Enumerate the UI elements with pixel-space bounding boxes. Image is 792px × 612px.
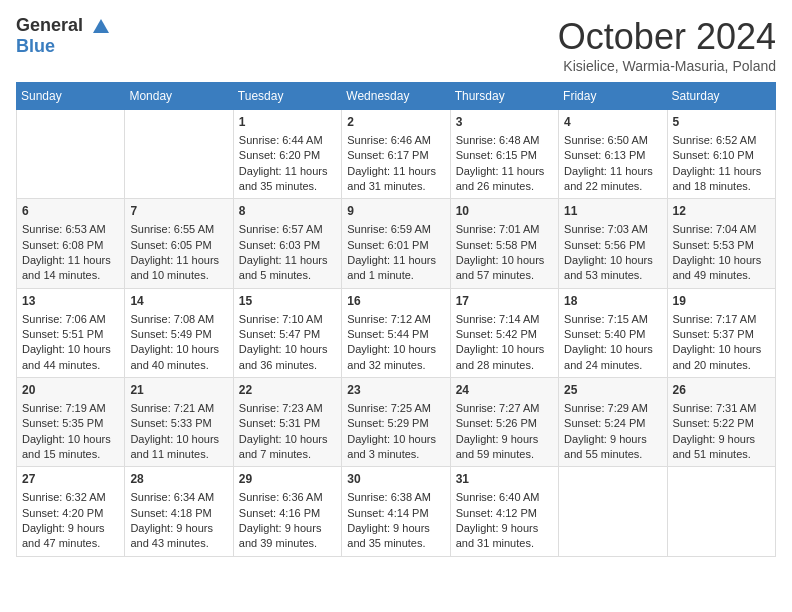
day-number: 8 [239,203,336,220]
cell-content-line: Sunset: 6:10 PM [673,148,770,163]
cell-content-line: Sunset: 5:49 PM [130,327,227,342]
cell-content-line: Sunrise: 6:36 AM [239,490,336,505]
cell-content-line: Daylight: 10 hours and 32 minutes. [347,342,444,373]
day-number: 2 [347,114,444,131]
weekday-header-saturday: Saturday [667,83,775,110]
calendar-cell [17,110,125,199]
cell-content-line: Sunset: 5:42 PM [456,327,553,342]
calendar-cell: 24Sunrise: 7:27 AMSunset: 5:26 PMDayligh… [450,378,558,467]
weekday-header-monday: Monday [125,83,233,110]
cell-content-line: Sunset: 5:29 PM [347,416,444,431]
day-number: 19 [673,293,770,310]
cell-content-line: Sunset: 6:05 PM [130,238,227,253]
calendar-cell: 19Sunrise: 7:17 AMSunset: 5:37 PMDayligh… [667,288,775,377]
cell-content-line: Daylight: 10 hours and 49 minutes. [673,253,770,284]
weekday-header-sunday: Sunday [17,83,125,110]
day-number: 16 [347,293,444,310]
calendar-cell: 20Sunrise: 7:19 AMSunset: 5:35 PMDayligh… [17,378,125,467]
calendar-cell: 17Sunrise: 7:14 AMSunset: 5:42 PMDayligh… [450,288,558,377]
cell-content-line: Daylight: 10 hours and 40 minutes. [130,342,227,373]
day-number: 31 [456,471,553,488]
calendar-cell: 4Sunrise: 6:50 AMSunset: 6:13 PMDaylight… [559,110,667,199]
cell-content-line: Sunrise: 6:57 AM [239,222,336,237]
cell-content-line: Sunset: 5:35 PM [22,416,119,431]
header: General Blue October 2024 Kisielice, War… [16,16,776,74]
cell-content-line: Daylight: 11 hours and 1 minute. [347,253,444,284]
cell-content-line: Sunset: 6:13 PM [564,148,661,163]
cell-content-line: Sunrise: 6:40 AM [456,490,553,505]
title-area: October 2024 Kisielice, Warmia-Masuria, … [558,16,776,74]
svg-marker-0 [93,19,109,33]
calendar-cell: 3Sunrise: 6:48 AMSunset: 6:15 PMDaylight… [450,110,558,199]
day-number: 21 [130,382,227,399]
calendar-cell [667,467,775,556]
month-title: October 2024 [558,16,776,58]
logo-icon [85,17,110,34]
cell-content-line: Sunset: 5:37 PM [673,327,770,342]
cell-content-line: Sunrise: 6:34 AM [130,490,227,505]
cell-content-line: Sunset: 5:24 PM [564,416,661,431]
cell-content-line: Sunrise: 6:48 AM [456,133,553,148]
day-number: 17 [456,293,553,310]
calendar-week-row: 27Sunrise: 6:32 AMSunset: 4:20 PMDayligh… [17,467,776,556]
cell-content-line: Daylight: 11 hours and 35 minutes. [239,164,336,195]
cell-content-line: Sunrise: 7:03 AM [564,222,661,237]
cell-content-line: Sunrise: 6:44 AM [239,133,336,148]
cell-content-line: Daylight: 10 hours and 11 minutes. [130,432,227,463]
calendar-cell: 11Sunrise: 7:03 AMSunset: 5:56 PMDayligh… [559,199,667,288]
calendar-cell: 30Sunrise: 6:38 AMSunset: 4:14 PMDayligh… [342,467,450,556]
logo-general: General [16,15,83,35]
day-number: 7 [130,203,227,220]
calendar-week-row: 1Sunrise: 6:44 AMSunset: 6:20 PMDaylight… [17,110,776,199]
cell-content-line: Sunset: 4:20 PM [22,506,119,521]
calendar-cell: 8Sunrise: 6:57 AMSunset: 6:03 PMDaylight… [233,199,341,288]
calendar-cell: 1Sunrise: 6:44 AMSunset: 6:20 PMDaylight… [233,110,341,199]
cell-content-line: Sunset: 6:20 PM [239,148,336,163]
cell-content-line: Daylight: 10 hours and 24 minutes. [564,342,661,373]
day-number: 20 [22,382,119,399]
cell-content-line: Daylight: 11 hours and 5 minutes. [239,253,336,284]
cell-content-line: Sunset: 5:58 PM [456,238,553,253]
calendar-cell [125,110,233,199]
cell-content-line: Sunrise: 7:08 AM [130,312,227,327]
calendar-cell: 14Sunrise: 7:08 AMSunset: 5:49 PMDayligh… [125,288,233,377]
day-number: 28 [130,471,227,488]
day-number: 13 [22,293,119,310]
calendar-cell: 10Sunrise: 7:01 AMSunset: 5:58 PMDayligh… [450,199,558,288]
cell-content-line: Daylight: 11 hours and 14 minutes. [22,253,119,284]
calendar-cell: 2Sunrise: 6:46 AMSunset: 6:17 PMDaylight… [342,110,450,199]
cell-content-line: Daylight: 11 hours and 10 minutes. [130,253,227,284]
cell-content-line: Sunset: 5:31 PM [239,416,336,431]
cell-content-line: Daylight: 11 hours and 18 minutes. [673,164,770,195]
cell-content-line: Daylight: 11 hours and 22 minutes. [564,164,661,195]
day-number: 4 [564,114,661,131]
calendar-cell: 26Sunrise: 7:31 AMSunset: 5:22 PMDayligh… [667,378,775,467]
cell-content-line: Sunrise: 7:01 AM [456,222,553,237]
cell-content-line: Sunrise: 6:46 AM [347,133,444,148]
cell-content-line: Daylight: 9 hours and 55 minutes. [564,432,661,463]
weekday-header-thursday: Thursday [450,83,558,110]
cell-content-line: Daylight: 10 hours and 44 minutes. [22,342,119,373]
cell-content-line: Sunset: 5:22 PM [673,416,770,431]
cell-content-line: Daylight: 10 hours and 15 minutes. [22,432,119,463]
cell-content-line: Daylight: 10 hours and 3 minutes. [347,432,444,463]
day-number: 15 [239,293,336,310]
calendar-cell: 25Sunrise: 7:29 AMSunset: 5:24 PMDayligh… [559,378,667,467]
cell-content-line: Sunrise: 7:04 AM [673,222,770,237]
cell-content-line: Sunrise: 7:12 AM [347,312,444,327]
cell-content-line: Sunset: 5:47 PM [239,327,336,342]
calendar-header-row: SundayMondayTuesdayWednesdayThursdayFrid… [17,83,776,110]
cell-content-line: Daylight: 10 hours and 7 minutes. [239,432,336,463]
calendar-cell: 16Sunrise: 7:12 AMSunset: 5:44 PMDayligh… [342,288,450,377]
day-number: 10 [456,203,553,220]
day-number: 30 [347,471,444,488]
calendar-cell: 15Sunrise: 7:10 AMSunset: 5:47 PMDayligh… [233,288,341,377]
day-number: 18 [564,293,661,310]
day-number: 27 [22,471,119,488]
cell-content-line: Sunrise: 7:15 AM [564,312,661,327]
weekday-header-friday: Friday [559,83,667,110]
day-number: 22 [239,382,336,399]
cell-content-line: Daylight: 10 hours and 28 minutes. [456,342,553,373]
cell-content-line: Daylight: 9 hours and 43 minutes. [130,521,227,552]
cell-content-line: Sunset: 4:16 PM [239,506,336,521]
